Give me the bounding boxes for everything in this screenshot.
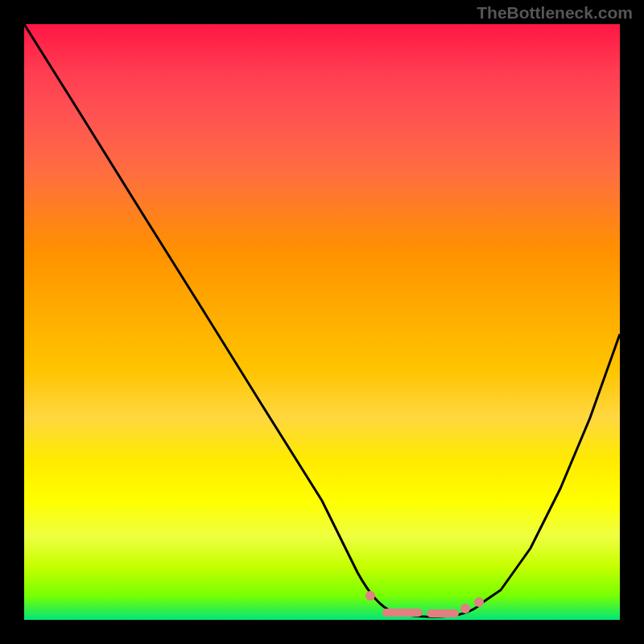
chart-container: TheBottleneck.com [0,0,644,644]
gradient-background [24,24,620,620]
watermark-text: TheBottleneck.com [477,3,633,23]
